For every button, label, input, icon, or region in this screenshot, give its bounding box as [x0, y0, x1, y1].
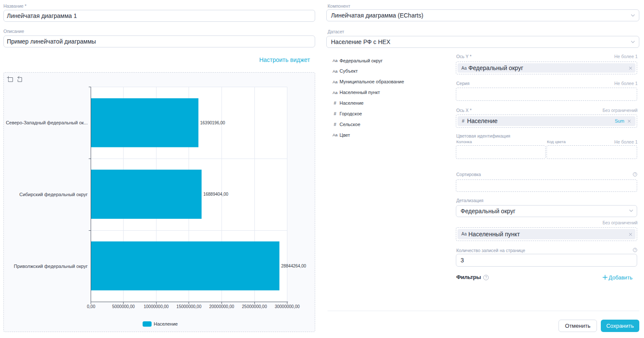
svg-text:10000000,00: 10000000,00: [144, 304, 169, 309]
svg-text:Приволжский федеральный округ: Приволжский федеральный округ: [14, 264, 88, 269]
svg-text:Сибирский федеральный округ: Сибирский федеральный округ: [19, 192, 88, 197]
svg-text:15000000,00: 15000000,00: [177, 304, 202, 309]
svg-text:0,00: 0,00: [87, 304, 95, 309]
svg-text:20000000,00: 20000000,00: [209, 304, 234, 309]
svg-text:Северо-Западный федеральный ок: Северо-Западный федеральный ок...: [6, 120, 88, 125]
svg-text:?: ?: [634, 248, 636, 251]
svg-text:5000000,00: 5000000,00: [112, 304, 135, 309]
svg-text:28844264,00: 28844264,00: [281, 264, 306, 268]
svg-text:30000000,00: 30000000,00: [275, 304, 300, 309]
svg-text:Население: Население: [154, 321, 178, 326]
svg-text:16889404,00: 16889404,00: [203, 192, 228, 197]
svg-text:25000000,00: 25000000,00: [242, 304, 267, 309]
svg-text:16390196,00: 16390196,00: [200, 121, 225, 125]
svg-text:?: ?: [634, 173, 636, 176]
svg-text:?: ?: [485, 275, 487, 279]
